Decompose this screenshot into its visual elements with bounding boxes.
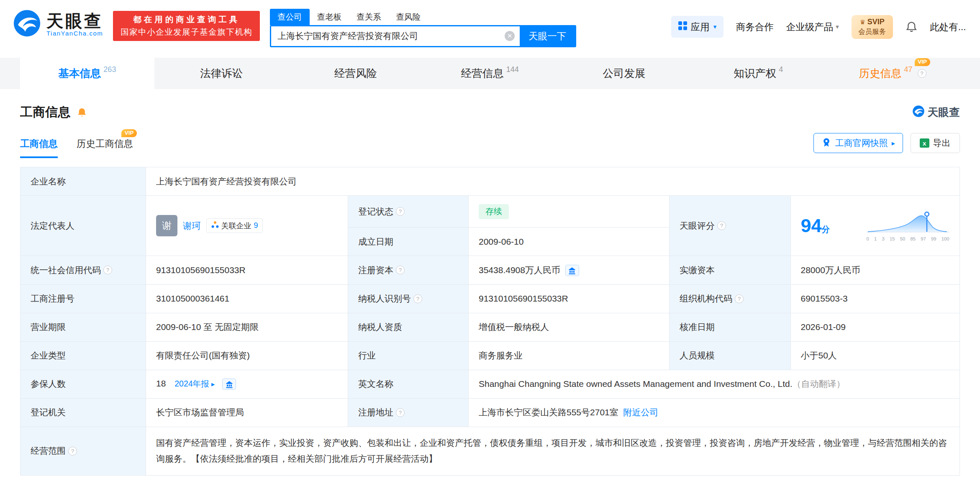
table-row: 登记机关 长宁区市场监督管理局 注册地址? 上海市长宁区娄山关路555号2701… <box>21 398 960 427</box>
field-value-taxpayer-id: 91310105690155033R <box>469 284 670 313</box>
capital-detail-icon[interactable] <box>565 265 579 276</box>
table-row: 营业期限 2009-06-10 至 无固定期限 纳税人资质 增值税一般纳税人 核… <box>21 313 960 341</box>
table-row: 法定代表人 谢 谢珂 关联企业 9 <box>21 196 960 228</box>
tab-label: 经营风险 <box>334 66 377 81</box>
svip-member-button[interactable]: ♛ SVIP 会员服务 <box>852 15 893 39</box>
tab-operation-risk[interactable]: 经营风险 <box>289 58 423 89</box>
table-row: 工商注册号 310105000361461 纳税人识别号? 9131010569… <box>21 284 960 313</box>
tab-company-development[interactable]: 公司发展 <box>557 58 691 89</box>
menu-enterprise-products[interactable]: 企业级产品 ▾ <box>786 20 839 33</box>
field-label-english-name: 英文名称 <box>348 370 469 398</box>
auto-translate-note: （自动翻译） <box>793 379 845 389</box>
field-value-address: 上海市长宁区娄山关路555号2701室 附近公司 <box>469 398 960 427</box>
main-content: 工商信息 天眼查 工商信息 VIP 历史工商信息 <box>0 89 980 481</box>
score-number: 94 <box>801 215 822 236</box>
subtab-history-business-info[interactable]: VIP 历史工商信息 <box>77 137 133 158</box>
menu-cooperation[interactable]: 商务合作 <box>736 20 774 33</box>
tab-label: 历史信息 <box>859 66 902 81</box>
relation-graph-icon <box>211 221 219 230</box>
tianyancha-logo[interactable]: 天眼查 TianYanCha.com <box>13 9 103 40</box>
official-snapshot-button[interactable]: 工商官网快照 ▸ <box>813 133 903 153</box>
tab-count: 47 <box>904 65 913 74</box>
help-icon[interactable]: ? <box>918 69 926 78</box>
field-label-approval-date: 核准日期 <box>670 313 791 341</box>
score-chart-axis: 0131550859799100 <box>867 236 949 241</box>
field-value-insured: 18 2024年报 ▸ <box>146 370 348 398</box>
field-value-org-code: 69015503-3 <box>790 284 959 313</box>
field-label-address: 注册地址? <box>348 398 469 427</box>
subtab-business-info[interactable]: 工商信息 <box>20 137 58 158</box>
field-label-establish-date: 成立日期 <box>348 228 469 256</box>
search-button[interactable]: 天眼一下 <box>520 26 575 46</box>
main-nav-tabs: 基本信息263 法律诉讼 经营风险 经营信息144 公司发展 知识产权4 VIP… <box>0 58 980 89</box>
tianyancha-logo-icon <box>13 9 41 40</box>
clear-search-icon[interactable]: ✕ <box>505 31 515 41</box>
field-value-business-scope: 国有资产经营管理，资本运作，实业投资，资产收购、包装和出让，企业和资产托管，债权… <box>146 427 960 475</box>
field-label-reg-number: 工商注册号 <box>21 284 146 313</box>
search-tab-relation[interactable]: 查关系 <box>349 9 389 25</box>
watermark-text: 天眼查 <box>928 105 960 120</box>
help-icon[interactable]: ? <box>396 266 405 274</box>
field-label-reg-status: 登记状态? <box>348 196 469 228</box>
user-menu[interactable]: 此处有... <box>930 20 966 33</box>
help-icon[interactable]: ? <box>68 447 77 455</box>
excel-icon: x <box>920 138 929 148</box>
status-badge: 存续 <box>479 204 509 219</box>
search-input[interactable] <box>271 26 520 46</box>
search-tabs: 查公司 查老板 查关系 查风险 <box>270 9 576 25</box>
legal-rep-avatar[interactable]: 谢 <box>156 215 177 236</box>
tianyancha-watermark: 天眼查 <box>912 105 960 120</box>
tab-label: 基本信息 <box>58 66 101 81</box>
annual-report-link[interactable]: 2024年报 ▸ <box>174 379 215 388</box>
field-value-reg-authority: 长宁区市场监督管理局 <box>146 398 348 427</box>
insured-detail-icon[interactable] <box>222 379 236 390</box>
apps-label: 应用 <box>691 20 710 33</box>
field-label-industry: 行业 <box>348 341 469 370</box>
crown-icon: ♛ <box>860 18 865 26</box>
legal-rep-link[interactable]: 谢珂 <box>183 220 201 232</box>
search-tab-company[interactable]: 查公司 <box>270 9 310 25</box>
section-header: 工商信息 天眼查 <box>20 102 960 123</box>
subscribe-bell-icon[interactable] <box>77 107 87 118</box>
promo-line1: 都在用的商业查询工具 <box>121 14 252 25</box>
field-value-company-name: 上海长宁国有资产经营投资有限公司 <box>146 167 960 196</box>
notification-bell-icon[interactable] <box>906 21 918 33</box>
vip-badge: VIP <box>915 58 930 67</box>
help-icon[interactable]: ? <box>396 408 405 417</box>
tab-legal-litigation[interactable]: 法律诉讼 <box>154 58 289 89</box>
tab-count: 144 <box>506 65 519 74</box>
field-value-paid-capital: 28000万人民币 <box>790 256 959 285</box>
field-label-score: 天眼评分? <box>670 196 791 256</box>
tab-count: 263 <box>103 65 116 74</box>
field-label-staff-size: 人员规模 <box>670 341 791 370</box>
nearby-companies-link[interactable]: 附近公司 <box>623 407 658 417</box>
tab-operation-info[interactable]: 经营信息144 <box>423 58 557 89</box>
search-tab-boss[interactable]: 查老板 <box>310 9 349 25</box>
badge-seal-icon <box>821 137 831 149</box>
tab-label: 法律诉讼 <box>200 66 243 81</box>
help-icon[interactable]: ? <box>103 266 112 274</box>
score-chart: 0131550859799100 <box>867 210 949 241</box>
svip-label: SVIP <box>867 18 885 26</box>
arrow-right-icon: ▸ <box>892 139 895 147</box>
help-icon[interactable]: ? <box>735 294 744 303</box>
help-icon[interactable]: ? <box>413 294 422 303</box>
help-icon[interactable]: ? <box>717 221 726 230</box>
related-companies-badge[interactable]: 关联企业 9 <box>206 218 263 233</box>
tab-label: 公司发展 <box>603 66 646 81</box>
tab-basic-info[interactable]: 基本信息263 <box>20 58 154 89</box>
tab-intellectual-property[interactable]: 知识产权4 <box>691 58 826 89</box>
related-label: 关联企业 <box>221 221 251 231</box>
page: 天眼查 TianYanCha.com 都在用的商业查询工具 国家中小企业发展子基… <box>0 0 980 481</box>
business-info-table: 企业名称 上海长宁国有资产经营投资有限公司 法定代表人 谢 谢珂 <box>20 167 960 476</box>
apps-menu[interactable]: 应用 ▾ <box>671 16 723 38</box>
field-label-insured: 参保人数 <box>21 370 146 398</box>
tab-history-info[interactable]: VIP 历史信息 47 ? <box>826 58 960 89</box>
search-tab-risk[interactable]: 查风险 <box>389 9 428 25</box>
tab-count: 4 <box>779 65 783 74</box>
help-icon[interactable]: ? <box>396 207 405 216</box>
score-unit: 分 <box>822 225 830 234</box>
export-button[interactable]: x 导出 <box>911 133 960 153</box>
arrow-right-icon: ▸ <box>211 380 215 388</box>
subtab-row: 工商信息 VIP 历史工商信息 工商官网快照 ▸ x 导出 <box>20 133 960 158</box>
